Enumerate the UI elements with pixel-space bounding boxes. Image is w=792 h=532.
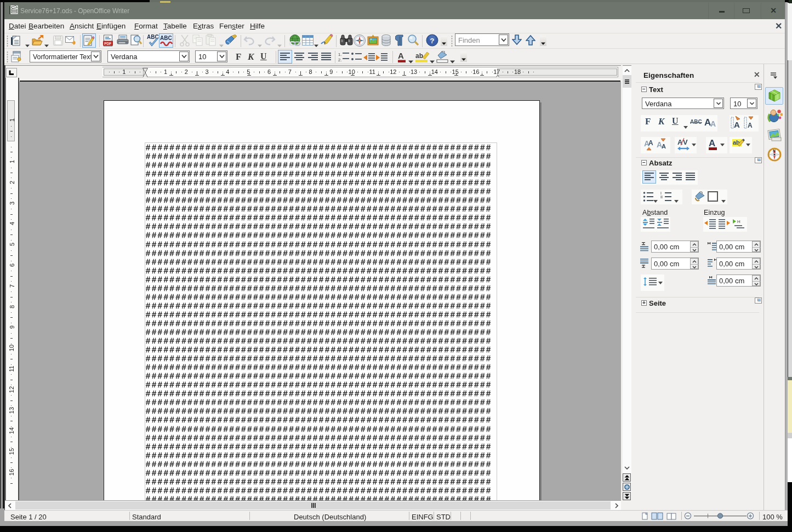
- svg-text:?: ?: [430, 37, 435, 45]
- svg-text:A: A: [398, 52, 404, 60]
- svg-text:A: A: [662, 143, 666, 150]
- svg-text:A: A: [748, 122, 753, 129]
- svg-text:ab: ab: [415, 52, 423, 60]
- svg-text:A: A: [648, 139, 653, 147]
- svg-text:PDF: PDF: [104, 42, 111, 45]
- svg-text:I: I: [660, 191, 662, 195]
- svg-text:II: II: [660, 195, 663, 199]
- svg-text:N: N: [773, 149, 776, 153]
- svg-text:A: A: [709, 138, 715, 148]
- svg-text:H: H: [737, 219, 740, 224]
- svg-text:1.: 1.: [338, 52, 341, 57]
- svg-text:ABC: ABC: [160, 35, 172, 41]
- svg-text:2.: 2.: [338, 58, 341, 62]
- svg-text:A: A: [710, 119, 716, 128]
- svg-text:A: A: [734, 120, 740, 129]
